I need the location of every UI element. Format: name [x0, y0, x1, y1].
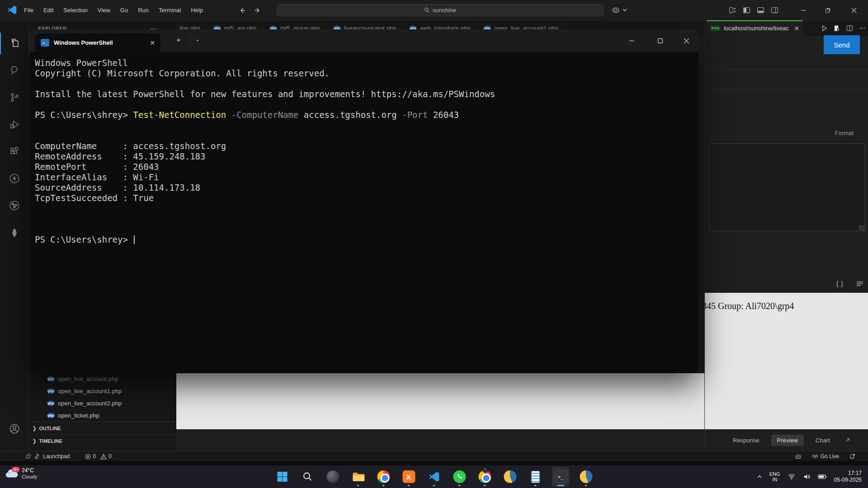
trading-app-icon[interactable] [501, 467, 519, 487]
go-live-label: Go Live [821, 453, 839, 460]
chrome-profile-icon[interactable] [476, 467, 494, 487]
problems-indicator[interactable]: 0 0 [85, 453, 111, 460]
run-icon[interactable] [821, 25, 828, 32]
status-bar: Launchpad 0 0 Go Live [0, 451, 868, 461]
terminal-active-prompt[interactable]: PS C:\Users\shrey> [35, 235, 694, 245]
clock-widget[interactable]: 17:17 05-09-2025 [834, 470, 862, 483]
file-open-live-account1[interactable]: php open_live_account1.php [29, 385, 176, 397]
api-graph-icon[interactable] [0, 195, 29, 216]
window-close-button[interactable] [844, 0, 864, 20]
toggle-secondary-sidebar-icon[interactable] [771, 6, 778, 14]
split-editor-icon[interactable] [846, 25, 853, 32]
source-control-icon[interactable] [0, 86, 29, 108]
whatsapp-icon[interactable] [451, 467, 468, 487]
terminal-taskbar-icon[interactable]: >_ [552, 467, 570, 487]
menu-view[interactable]: View [93, 0, 115, 20]
terminal-maximize-button[interactable] [650, 29, 670, 52]
window-restore-button[interactable] [817, 0, 838, 20]
xampp-icon[interactable]: X [400, 467, 418, 487]
file-open-live-account[interactable]: php open_live_account.php [29, 373, 176, 385]
account-icon[interactable] [0, 418, 29, 440]
notifications-bell-icon[interactable] [849, 453, 855, 460]
format-link[interactable]: Format [835, 130, 854, 136]
terminal-titlebar[interactable]: >_ Windows PowerShell ✕ + ⌄ [29, 29, 698, 52]
mongodb-icon[interactable] [0, 222, 29, 244]
response-toolbar: { } [836, 280, 863, 287]
layout-controls [729, 0, 778, 20]
terminal-tab[interactable]: >_ Windows PowerShell ✕ [35, 33, 160, 52]
volume-icon[interactable] [803, 473, 811, 480]
window-minimize-button[interactable] [793, 0, 814, 20]
tab-localhost-request[interactable]: POS localhost/sunshine/liveac.. ✕ [707, 20, 803, 36]
more-actions-icon[interactable] [859, 25, 866, 32]
error-count: 0 [93, 453, 96, 460]
toggle-sidebar-icon[interactable] [743, 6, 750, 14]
powershell-window: >_ Windows PowerShell ✕ + ⌄ Windows Powe… [29, 29, 698, 373]
lines-menu-icon[interactable] [856, 281, 863, 286]
tab-label: localhost/sunshine/liveac.. [724, 25, 789, 32]
menu-go[interactable]: Go [115, 0, 133, 20]
terminal-prompt: PS C:\Users\shrey> [35, 235, 133, 245]
file-open-live-account2[interactable]: php open_live_account2.php [29, 397, 176, 409]
terminal-tab-title: Windows PowerShell [54, 39, 145, 46]
tab-preview[interactable]: Preview [771, 435, 804, 446]
tab-response[interactable]: Response [733, 437, 760, 444]
dark-app-icon[interactable] [324, 467, 342, 487]
terminal-prompt: PS C:\Users\shrey> [35, 110, 133, 120]
customize-layout-icon[interactable] [729, 6, 736, 14]
terminal-minimize-button[interactable] [621, 29, 642, 52]
tab-close-icon[interactable]: ✕ [794, 25, 799, 32]
search-value: sunshine [433, 7, 456, 14]
command-center-search[interactable]: sunshine [277, 4, 604, 16]
thunder-client-icon[interactable] [0, 168, 29, 189]
warning-count: 0 [108, 453, 112, 460]
taskbar-search-icon[interactable] [299, 467, 316, 487]
trading-app2-icon[interactable] [577, 467, 595, 487]
chrome-icon[interactable] [375, 467, 392, 487]
go-live-button[interactable]: Go Live [812, 453, 839, 460]
start-button[interactable] [274, 467, 291, 487]
wifi-icon[interactable] [788, 473, 796, 480]
menu-file[interactable]: File [19, 0, 38, 20]
menu-help[interactable]: Help [186, 0, 208, 20]
rocket-icon [25, 453, 31, 460]
tab-chart[interactable]: Chart [816, 437, 830, 444]
back-arrow-icon[interactable] [239, 7, 246, 14]
tab-dropdown-icon[interactable]: ⌄ [195, 36, 200, 42]
language-indicator[interactable]: ENG IN [769, 471, 780, 482]
menu-terminal[interactable]: Terminal [154, 0, 186, 20]
battery-icon[interactable] [818, 474, 827, 480]
timeline-section[interactable]: ❯ TIMELINE [29, 434, 176, 447]
forward-arrow-icon[interactable] [254, 7, 261, 14]
extensions-icon[interactable] [0, 141, 29, 162]
terminal-output[interactable]: Windows PowerShell Copyright (C) Microso… [35, 58, 694, 245]
file-open-ticket[interactable]: php open_ticket.php [29, 409, 176, 422]
vscode-taskbar-icon[interactable] [425, 467, 443, 487]
copilot-menu[interactable] [611, 5, 627, 14]
json-braces-icon[interactable]: { } [836, 280, 844, 287]
resize-handle[interactable] [859, 225, 864, 230]
copilot-status-icon[interactable] [794, 453, 802, 460]
terminal-close-button[interactable] [676, 29, 697, 52]
toggle-panel-icon[interactable] [757, 6, 764, 14]
launchpad-label[interactable]: Launchpad [43, 453, 70, 460]
outline-section[interactable]: ❯ OUTLINE [29, 422, 176, 434]
new-tab-icon[interactable]: + [176, 36, 181, 45]
explorer-icon[interactable] [0, 33, 29, 54]
tray-chevron-icon[interactable] [757, 474, 762, 479]
send-button[interactable]: Send [824, 35, 860, 54]
activity-bar [0, 20, 29, 451]
request-body-textarea[interactable] [709, 143, 865, 231]
weather-widget[interactable]: 9+ 24°C Cloudy [5, 467, 37, 479]
menu-edit[interactable]: Edit [38, 0, 58, 20]
expand-icon[interactable] [844, 437, 850, 443]
menu-selection[interactable]: Selection [58, 0, 92, 20]
menu-run[interactable]: Run [133, 0, 154, 20]
run-debug-icon[interactable] [0, 113, 29, 135]
explorer-file-list: php open_live_account.php php open_live_… [29, 373, 176, 447]
run-settings-icon[interactable] [834, 25, 840, 32]
file-explorer-icon[interactable] [349, 467, 367, 487]
search-sidebar-icon[interactable] [0, 59, 29, 81]
notepad-app-icon[interactable] [527, 467, 544, 487]
terminal-tab-close-icon[interactable]: ✕ [150, 39, 155, 47]
